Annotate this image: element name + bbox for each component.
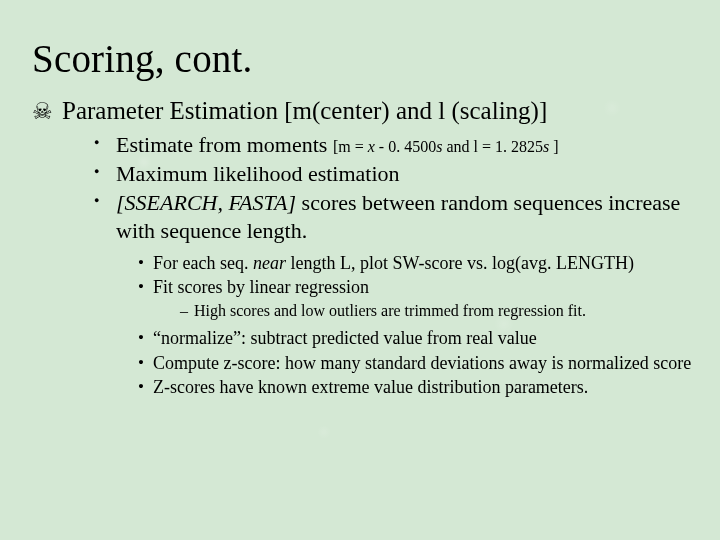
list-item: Estimate from moments [m = x - 0. 4500s …: [94, 131, 692, 159]
heading-line: ☠ Parameter Estimation [m(center) and l …: [32, 97, 692, 125]
mu-symbol: m: [338, 138, 350, 155]
list-item: Compute z-score: how many standard devia…: [138, 352, 692, 375]
list-item: Z-scores have known extreme value distri…: [138, 376, 692, 399]
bullet-list-level1: Estimate from moments [m = x - 0. 4500s …: [94, 131, 692, 246]
t: - 0. 4500: [375, 138, 436, 155]
list-item: Fit scores by linear regression: [138, 276, 692, 299]
l1a-pre: Estimate from moments: [116, 132, 333, 157]
var-x: x: [368, 138, 375, 155]
bullet-list-level3: High scores and low outliers are trimmed…: [180, 301, 692, 322]
list-item: “normalize”: subtract predicted value fr…: [138, 327, 692, 350]
heading-post: (scaling)]: [445, 97, 547, 124]
t: length L, plot SW-score vs. log(avg. LEN…: [286, 253, 634, 273]
t: =: [351, 138, 368, 155]
mu-symbol: m: [292, 97, 311, 124]
t: ]: [549, 138, 558, 155]
l1a-formula: [m = x - 0. 4500s and l = 1. 2825s ]: [333, 138, 559, 155]
slide-title: Scoring, cont.: [32, 36, 692, 81]
heading-mid: (center) and: [312, 97, 438, 124]
slide: Scoring, cont. ☠ Parameter Estimation [m…: [0, 0, 720, 540]
list-item: For each seq. near length L, plot SW-sco…: [138, 252, 692, 275]
heading-pre: Parameter Estimation [: [62, 97, 292, 124]
heading-text: Parameter Estimation [m(center) and l (s…: [62, 97, 547, 125]
t: For each seq.: [153, 253, 253, 273]
bullet-list-level2b: “normalize”: subtract predicted value fr…: [138, 327, 692, 398]
list-item: Maximum likelihood estimation: [94, 160, 692, 188]
list-item: High scores and low outliers are trimmed…: [180, 301, 692, 322]
l1c-em: [SSEARCH, FASTA]: [116, 190, 296, 215]
t-em: near: [253, 253, 286, 273]
t: = 1. 2825: [478, 138, 543, 155]
list-item: [SSEARCH, FASTA] scores between random s…: [94, 189, 692, 245]
flourish-icon: ☠: [32, 98, 62, 125]
bullet-list-level2a: For each seq. near length L, plot SW-sco…: [138, 252, 692, 299]
t: and: [442, 138, 473, 155]
